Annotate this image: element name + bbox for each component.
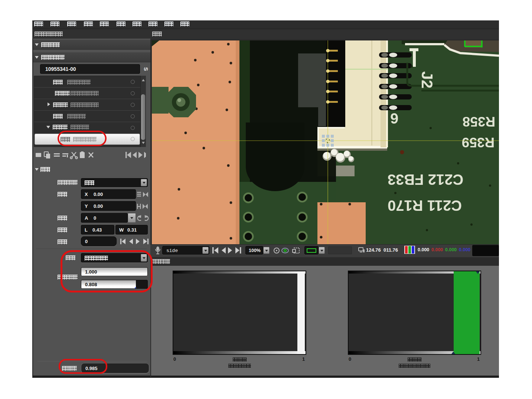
svg-text:C212 FB33: C212 FB33 [388, 171, 464, 188]
svg-text:C211 R170: C211 R170 [388, 197, 462, 214]
svg-text:J2: J2 [418, 71, 436, 89]
svg-text:R359: R359 [462, 135, 495, 150]
svg-text:6: 6 [390, 110, 398, 127]
svg-text:R358: R358 [463, 114, 495, 129]
